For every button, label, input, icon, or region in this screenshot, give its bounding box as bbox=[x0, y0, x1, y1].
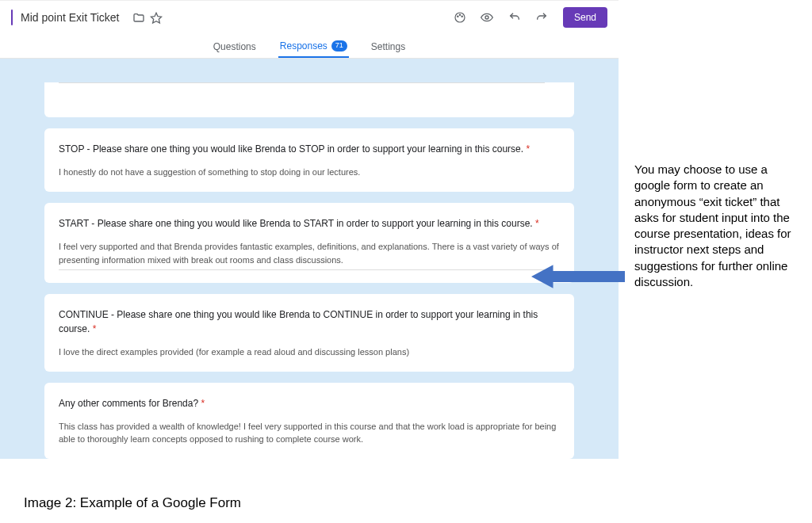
tab-label: Settings bbox=[371, 41, 405, 52]
response-card-other: Any other comments for Brenda? * This cl… bbox=[44, 383, 574, 459]
form-title[interactable]: Mid point Exit Ticket bbox=[21, 11, 120, 24]
answer-text: I feel very supported and that Brenda pr… bbox=[59, 240, 560, 266]
required-marker: * bbox=[523, 143, 530, 155]
question-title: CONTINUE - Please share one thing you wo… bbox=[59, 308, 560, 336]
question-text: STOP - Please share one thing you would … bbox=[59, 143, 523, 155]
svg-marker-6 bbox=[531, 265, 625, 288]
header-actions: Send bbox=[448, 7, 607, 28]
preview-eye-icon[interactable] bbox=[481, 10, 496, 23]
answer-text: This class has provided a wealth of know… bbox=[59, 420, 560, 446]
question-title: STOP - Please share one thing you would … bbox=[59, 143, 560, 156]
figure-caption: Image 2: Example of a Google Form bbox=[24, 495, 241, 511]
response-card-start: START - Please share one thing you would… bbox=[44, 203, 574, 283]
response-card-continue: CONTINUE - Please share one thing you wo… bbox=[44, 294, 574, 371]
tab-questions[interactable]: Questions bbox=[212, 37, 258, 58]
form-header: Mid point Exit Ticket bbox=[0, 0, 619, 32]
question-title: Any other comments for Brenda? * bbox=[59, 397, 560, 410]
palette-icon[interactable] bbox=[454, 10, 469, 23]
required-marker: * bbox=[90, 323, 96, 334]
redo-icon[interactable] bbox=[535, 10, 551, 23]
svg-point-5 bbox=[485, 16, 488, 19]
annotation-text: You may choose to use a google form to c… bbox=[634, 162, 793, 290]
folder-icon[interactable] bbox=[132, 10, 145, 24]
answer-text: I honestly do not have a suggestion of s… bbox=[59, 166, 560, 179]
required-marker: * bbox=[198, 398, 205, 409]
response-card-cut bbox=[44, 82, 574, 117]
question-title: START - Please share one thing you would… bbox=[59, 217, 560, 231]
tab-label: Responses bbox=[280, 40, 327, 52]
send-button[interactable]: Send bbox=[563, 7, 607, 28]
question-text: CONTINUE - Please share one thing you wo… bbox=[59, 309, 538, 334]
tab-settings[interactable]: Settings bbox=[370, 37, 407, 58]
tab-bar: Questions Responses 71 Settings bbox=[0, 32, 619, 59]
google-form-window: Mid point Exit Ticket bbox=[0, 0, 619, 459]
response-card-stop: STOP - Please share one thing you would … bbox=[44, 128, 574, 192]
responses-canvas: STOP - Please share one thing you would … bbox=[0, 59, 619, 459]
annotation-arrow-icon bbox=[531, 263, 625, 290]
svg-point-3 bbox=[460, 14, 461, 15]
answer-text: I love the direct examples provided (for… bbox=[59, 345, 560, 359]
question-text: Any other comments for Brenda? bbox=[59, 398, 198, 409]
answer-underline bbox=[59, 82, 545, 83]
svg-marker-0 bbox=[151, 13, 161, 23]
responses-count-badge: 71 bbox=[331, 40, 347, 52]
tab-responses[interactable]: Responses 71 bbox=[278, 37, 349, 58]
required-marker: * bbox=[533, 218, 539, 229]
svg-point-4 bbox=[462, 16, 462, 17]
question-text: START - Please share one thing you would… bbox=[59, 218, 533, 229]
undo-icon[interactable] bbox=[508, 10, 524, 23]
accent-bar bbox=[11, 10, 13, 25]
answer-underline bbox=[59, 269, 545, 270]
tab-label: Questions bbox=[213, 41, 256, 52]
star-icon[interactable] bbox=[150, 10, 163, 24]
svg-point-2 bbox=[458, 16, 458, 17]
